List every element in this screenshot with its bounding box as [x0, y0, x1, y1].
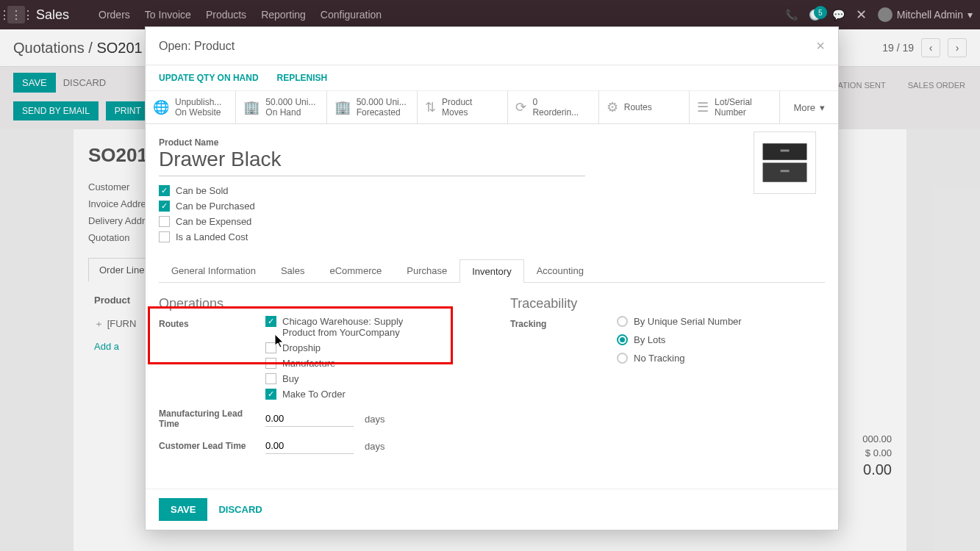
stat-l1: Lot/Serial: [715, 97, 752, 107]
drawer-icon: [757, 135, 812, 190]
svg-rect-3: [781, 170, 790, 172]
operations-col: Operations Routes ✓Chicago Warehouse: Su…: [159, 296, 473, 454]
checkbox-icon[interactable]: [265, 342, 276, 353]
stat-unpublished[interactable]: 🌐Unpublish...On Website: [146, 91, 236, 123]
track-serial[interactable]: By Unique Serial Number: [617, 316, 825, 327]
product-tabs: General Information Sales eCommerce Purc…: [159, 259, 825, 283]
checkbox-icon[interactable]: [159, 216, 170, 227]
route-chicago[interactable]: ✓Chicago Warehouse: Supply Product from …: [265, 316, 473, 338]
list-icon: ☰: [697, 99, 709, 115]
checkbox-icon[interactable]: [159, 231, 170, 242]
product-modal: Open: Product × UPDATE QTY ON HAND REPLE…: [145, 26, 839, 530]
route-dropship[interactable]: Dropship: [265, 342, 473, 353]
stat-l1: 50.000 Uni...: [265, 97, 315, 107]
stat-l2: Forecasted: [357, 107, 407, 118]
cust-lead-label: Customer Lead Time: [159, 441, 265, 451]
traceability-col: Traceability Tracking By Unique Serial N…: [510, 296, 825, 454]
stat-more[interactable]: More ▾: [780, 91, 838, 123]
stat-moves[interactable]: ⇅ProductMoves: [418, 91, 508, 123]
replenish-link[interactable]: REPLENISH: [277, 73, 328, 83]
tab-accounting[interactable]: Accounting: [524, 259, 596, 282]
stat-forecasted[interactable]: 🏢50.000 Uni...Forecasted: [327, 91, 418, 123]
route-label: Make To Order: [282, 389, 346, 400]
svg-rect-2: [781, 150, 790, 152]
product-image[interactable]: [754, 132, 816, 194]
globe-icon: 🌐: [153, 99, 169, 115]
radio-icon[interactable]: [617, 334, 628, 345]
tab-inventory[interactable]: Inventory: [459, 259, 523, 283]
route-label: Dropship: [282, 342, 321, 353]
stat-l1: Product: [442, 97, 472, 107]
stat-l1: 0: [532, 97, 579, 107]
radio-icon[interactable]: [617, 316, 628, 327]
check-label: Can be Expensed: [176, 216, 251, 227]
route-buy[interactable]: Buy: [265, 373, 473, 384]
check-label: Can be Sold: [176, 185, 229, 196]
stat-onhand[interactable]: 🏢50.000 Uni...On Hand: [236, 91, 326, 123]
cust-lead-row: Customer Lead Time days: [159, 438, 473, 454]
check-expensed[interactable]: Can be Expensed: [159, 216, 825, 227]
check-landed[interactable]: Is a Landed Cost: [159, 231, 825, 242]
arrows-icon: ⇅: [425, 99, 436, 115]
route-manufacture[interactable]: Manufacture: [265, 358, 473, 369]
modal-save-button[interactable]: SAVE: [159, 498, 207, 521]
track-label: By Unique Serial Number: [634, 316, 742, 327]
svg-rect-1: [763, 163, 807, 182]
route-label: Chicago Warehouse: Supply Product from Y…: [282, 316, 437, 338]
update-qty-link[interactable]: UPDATE QTY ON HAND: [159, 73, 259, 83]
modal-body: Product Name Drawer Black ✓Can be Sold ✓…: [146, 124, 838, 489]
gears-icon: ⚙: [607, 99, 618, 115]
modal-close-icon[interactable]: ×: [816, 37, 825, 54]
track-none[interactable]: No Tracking: [617, 353, 825, 364]
stat-lotserial[interactable]: ☰Lot/SerialNumber: [690, 91, 780, 123]
product-name-input[interactable]: Drawer Black: [159, 148, 585, 176]
stat-l1: Routes: [624, 102, 652, 112]
unit-label: days: [365, 441, 385, 452]
stat-l1: Unpublish...: [175, 97, 221, 107]
modal-discard-button[interactable]: DISCARD: [218, 504, 262, 515]
cust-lead-input[interactable]: [265, 438, 354, 454]
tab-purchase[interactable]: Purchase: [394, 259, 459, 282]
stat-routes[interactable]: ⚙Routes: [599, 91, 690, 123]
manuf-lead-row: Manufacturing Lead Time days: [159, 408, 473, 429]
chevron-down-icon: ▾: [820, 102, 825, 113]
check-sold[interactable]: ✓Can be Sold: [159, 185, 825, 196]
checkbox-icon[interactable]: ✓: [159, 201, 170, 212]
stat-buttons: 🌐Unpublish...On Website 🏢50.000 Uni...On…: [146, 91, 838, 124]
tab-ecommerce[interactable]: eCommerce: [317, 259, 394, 282]
radio-icon[interactable]: [617, 353, 628, 364]
track-lots[interactable]: By Lots: [617, 334, 825, 345]
manuf-lead-label: Manufacturing Lead Time: [159, 408, 265, 429]
product-name-label: Product Name: [159, 137, 825, 148]
checkbox-icon[interactable]: ✓: [159, 185, 170, 196]
track-label: By Lots: [634, 334, 665, 345]
more-label: More: [793, 102, 815, 113]
manuf-lead-input[interactable]: [265, 411, 354, 427]
checkbox-icon[interactable]: ✓: [265, 316, 276, 327]
unit-label: days: [365, 414, 385, 425]
modal-title: Open: Product: [159, 40, 235, 53]
check-label: Can be Purchased: [176, 201, 255, 212]
stat-l2: Moves: [442, 107, 472, 118]
stat-reorder[interactable]: ⟳0Reorderin...: [508, 91, 598, 123]
track-label: No Tracking: [634, 353, 684, 364]
checkbox-icon[interactable]: ✓: [265, 389, 276, 400]
stat-l2: On Hand: [265, 107, 315, 118]
checkbox-icon[interactable]: [265, 373, 276, 384]
tab-sales[interactable]: Sales: [268, 259, 318, 282]
stat-l1: 50.000 Uni...: [357, 97, 407, 107]
checkbox-icon[interactable]: [265, 358, 276, 369]
route-mto[interactable]: ✓Make To Order: [265, 389, 473, 400]
tab-general[interactable]: General Information: [159, 259, 268, 282]
building-icon: 🏢: [243, 99, 260, 115]
modal-footer: SAVE DISCARD: [146, 489, 838, 530]
refresh-icon: ⟳: [515, 99, 526, 115]
building-icon: 🏢: [335, 99, 351, 115]
stat-l2: Reorderin...: [532, 107, 579, 118]
traceability-title: Traceability: [510, 296, 825, 311]
route-label: Manufacture: [282, 358, 335, 369]
route-label: Buy: [282, 373, 298, 384]
stat-l2: Number: [715, 107, 752, 118]
modal-top-actions: UPDATE QTY ON HAND REPLENISH: [146, 65, 838, 91]
check-purchased[interactable]: ✓Can be Purchased: [159, 201, 825, 212]
